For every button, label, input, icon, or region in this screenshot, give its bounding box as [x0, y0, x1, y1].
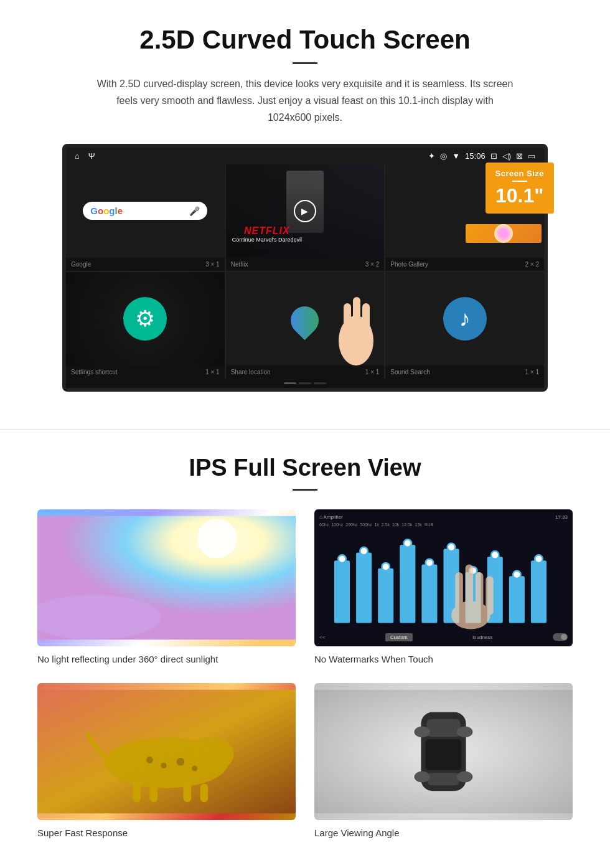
svg-rect-29 [466, 564, 474, 615]
svg-point-20 [404, 539, 412, 547]
wifi-icon: ▼ [452, 151, 460, 161]
feature-grid: No light reflecting under 360° direct su… [37, 509, 573, 838]
google-maps-pin [285, 300, 325, 340]
netflix-app-name: Netflix [231, 261, 248, 268]
microphone-icon: 🎤 [189, 206, 200, 216]
svg-rect-11 [421, 564, 437, 623]
close-icon: ⊠ [516, 151, 523, 161]
netflix-content: ▶ NETFLIX Continue Marvel's Daredevil [226, 164, 385, 258]
svg-rect-28 [455, 572, 463, 615]
feature-amplifier: ⌂ Amplifier 17:33 60hz100hz200hz500hz1k2… [314, 509, 573, 664]
google-cell[interactable]: Google 🎤 Google 3 × 1 [66, 164, 225, 271]
bluetooth-icon: ✦ [428, 151, 435, 161]
share-grid-size: 1 × 1 [365, 369, 380, 375]
amp-nav: << [319, 634, 325, 640]
svg-rect-10 [400, 545, 415, 623]
music-note-icon: ♪ [459, 306, 471, 332]
feature-sunlight: No light reflecting under 360° direct su… [37, 509, 296, 664]
settings-icon-circle: ⚙ [123, 297, 167, 341]
svg-point-36 [161, 763, 166, 768]
svg-rect-30 [476, 572, 484, 615]
share-location-cell[interactable]: Share location 1 × 1 [226, 272, 385, 379]
feature-caption-amplifier: No Watermarks When Touch [314, 654, 573, 664]
flower-icon [494, 224, 513, 243]
netflix-label: Netflix 3 × 2 [226, 258, 385, 271]
gallery-app-name: Photo Gallery [390, 261, 428, 268]
badge-size: 10.1" [495, 184, 545, 207]
svg-point-26 [535, 555, 543, 563]
netflix-grid-size: 3 × 2 [365, 261, 380, 268]
status-bar: ⌂ Ψ ✦ ◎ ▼ 15:06 ⊡ ◁) ⊠ ▭ [66, 148, 544, 164]
device-wrapper: Screen Size 10.1" ⌂ Ψ ✦ ◎ ▼ 15:06 ⊡ ◁) ⊠ [62, 144, 548, 392]
gear-icon: ⚙ [135, 306, 155, 332]
amp-time: 17:33 [555, 514, 568, 520]
svg-rect-40 [149, 782, 157, 802]
svg-point-5 [197, 519, 237, 558]
share-label: Share location 1 × 1 [226, 366, 385, 379]
svg-point-22 [448, 543, 456, 551]
svg-rect-16 [531, 560, 547, 623]
svg-point-37 [177, 757, 185, 765]
svg-point-17 [338, 555, 346, 563]
svg-rect-46 [426, 739, 462, 770]
svg-rect-45 [426, 719, 460, 737]
netflix-cell[interactable]: ▶ NETFLIX Continue Marvel's Daredevil Ne… [226, 164, 385, 271]
amp-toggle[interactable] [553, 633, 568, 641]
svg-rect-39 [133, 780, 141, 802]
volume-icon: ◁) [502, 151, 511, 161]
title-underline [293, 62, 317, 64]
svg-point-21 [426, 559, 434, 567]
sound-search-cell[interactable]: ♪ Sound Search 1 × 1 [385, 272, 544, 379]
settings-label: Settings shortcut 1 × 1 [66, 366, 225, 379]
netflix-play-button[interactable]: ▶ [294, 200, 316, 222]
svg-rect-1 [344, 303, 351, 341]
car-image [314, 683, 573, 820]
amplifier-screen: ⌂ Amplifier 17:33 60hz100hz200hz500hz1k2… [314, 509, 573, 646]
hand-gesture [334, 291, 378, 366]
google-grid-size: 3 × 1 [205, 261, 220, 268]
svg-point-50 [415, 771, 430, 782]
feature-cheetah: Super Fast Response [37, 683, 296, 838]
section-divider [0, 429, 610, 430]
feature-caption-car: Large Viewing Angle [314, 828, 573, 838]
sound-label: Sound Search 1 × 1 [385, 366, 544, 379]
amp-preset: Custom [385, 633, 413, 641]
feature-car: Large Viewing Angle [314, 683, 573, 838]
settings-content: ⚙ [66, 272, 225, 366]
badge-title: Screen Size [495, 169, 545, 178]
status-bar-left: ⌂ Ψ [75, 151, 95, 161]
device-screen: ⌂ Ψ ✦ ◎ ▼ 15:06 ⊡ ◁) ⊠ ▭ [62, 144, 548, 392]
sky-image [37, 509, 296, 646]
svg-rect-15 [509, 576, 525, 623]
share-location-content [226, 272, 385, 366]
svg-rect-42 [200, 783, 209, 802]
section1-title: 2.5D Curved Touch Screen [37, 25, 573, 55]
share-app-name: Share location [231, 369, 271, 375]
svg-point-18 [360, 547, 368, 555]
settings-cell[interactable]: ⚙ Settings shortcut 1 × 1 [66, 272, 225, 379]
amp-footer: << Custom loudness [319, 633, 568, 641]
feature-caption-sunlight: No light reflecting under 360° direct su… [37, 654, 296, 664]
section1-description: With 2.5D curved-display screen, this de… [93, 75, 517, 126]
svg-point-51 [457, 771, 472, 782]
amp-bars [319, 529, 568, 631]
google-content: Google 🎤 [66, 164, 225, 258]
feature-img-car [314, 683, 573, 820]
screen-size-badge: Screen Size 10.1" [486, 163, 555, 214]
svg-rect-31 [486, 576, 494, 615]
time-display: 15:06 [465, 151, 486, 161]
svg-point-19 [382, 562, 390, 570]
svg-rect-9 [378, 568, 393, 623]
svg-point-24 [491, 551, 499, 559]
svg-point-38 [192, 765, 197, 771]
netflix-logo-text: NETFLIX [232, 225, 302, 237]
svg-rect-8 [356, 552, 372, 623]
settings-grid-size: 1 × 1 [205, 369, 220, 375]
google-search-bar: Google 🎤 [83, 202, 207, 220]
app-grid: Google 🎤 Google 3 × 1 ▶ [66, 164, 544, 379]
svg-point-49 [457, 726, 472, 737]
svg-rect-41 [184, 780, 192, 801]
svg-rect-47 [428, 773, 459, 785]
feature-img-amplifier: ⌂ Amplifier 17:33 60hz100hz200hz500hz1k2… [314, 509, 573, 646]
google-logo: Google [90, 205, 123, 216]
